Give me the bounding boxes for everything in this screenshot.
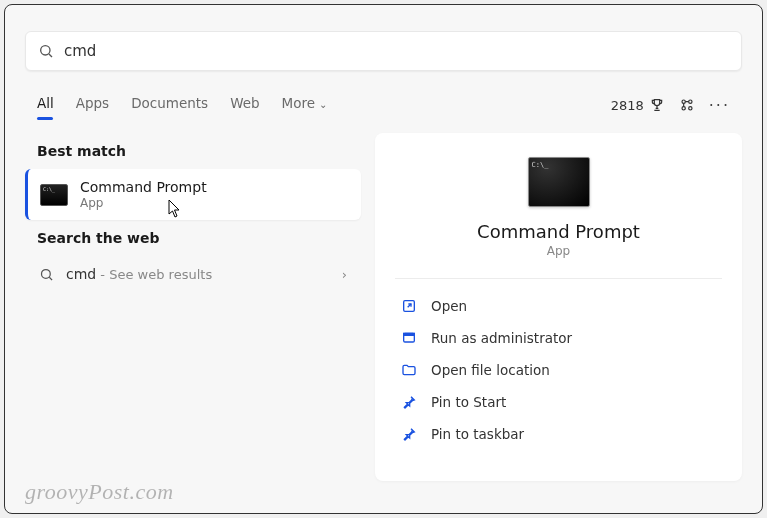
tab-more[interactable]: More⌄ <box>282 91 328 119</box>
action-pin-taskbar[interactable]: Pin to taskbar <box>395 419 722 449</box>
web-result-item[interactable]: cmd - See web results › <box>25 256 361 292</box>
folder-icon <box>401 362 417 378</box>
tab-all[interactable]: All <box>37 91 54 119</box>
action-pin-start[interactable]: Pin to Start <box>395 387 722 417</box>
rewards-points[interactable]: 2818 <box>611 97 665 113</box>
action-label: Open <box>431 298 467 314</box>
results-column: Best match Command Prompt App Search the… <box>25 133 361 481</box>
open-icon <box>401 298 417 314</box>
action-label: Open file location <box>431 362 550 378</box>
start-search-window: All Apps Documents Web More⌄ 2818 ··· Be… <box>4 4 763 514</box>
best-match-result[interactable]: Command Prompt App <box>25 169 361 220</box>
action-open-location[interactable]: Open file location <box>395 355 722 385</box>
svg-point-2 <box>682 100 685 103</box>
svg-point-0 <box>41 46 50 55</box>
shield-icon <box>401 330 417 346</box>
svg-point-8 <box>42 269 51 278</box>
tab-documents[interactable]: Documents <box>131 91 208 119</box>
chevron-right-icon: › <box>342 267 347 282</box>
tab-web[interactable]: Web <box>230 91 259 119</box>
best-match-text: Command Prompt App <box>80 179 207 210</box>
command-prompt-icon <box>528 157 590 207</box>
trophy-icon <box>649 97 665 113</box>
svg-line-9 <box>49 277 52 280</box>
tabs-row: All Apps Documents Web More⌄ 2818 ··· <box>5 81 762 119</box>
divider <box>395 278 722 279</box>
action-list: Open Run as administrator Open file loca… <box>395 291 722 449</box>
command-prompt-icon <box>40 184 68 206</box>
network-icon[interactable] <box>679 97 695 113</box>
header-status: 2818 ··· <box>611 96 730 115</box>
result-title: Command Prompt <box>80 179 207 195</box>
preview-header: Command Prompt App <box>395 157 722 258</box>
points-value: 2818 <box>611 98 644 113</box>
action-label: Run as administrator <box>431 330 572 346</box>
svg-point-4 <box>682 107 685 110</box>
svg-rect-12 <box>404 333 415 335</box>
more-options-icon[interactable]: ··· <box>709 96 730 115</box>
web-result-text: cmd - See web results <box>66 266 212 282</box>
tab-apps[interactable]: Apps <box>76 91 109 119</box>
action-label: Pin to Start <box>431 394 506 410</box>
pin-icon <box>401 394 417 410</box>
action-run-admin[interactable]: Run as administrator <box>395 323 722 353</box>
preview-title: Command Prompt <box>477 221 640 242</box>
svg-line-1 <box>49 54 52 57</box>
preview-subtitle: App <box>547 244 570 258</box>
search-bar[interactable] <box>25 31 742 71</box>
chevron-down-icon: ⌄ <box>319 99 327 110</box>
preview-pane: Command Prompt App Open Run as administr… <box>375 133 742 481</box>
search-web-header: Search the web <box>25 220 361 256</box>
action-label: Pin to taskbar <box>431 426 524 442</box>
search-icon <box>38 43 54 59</box>
pin-icon <box>401 426 417 442</box>
svg-point-3 <box>688 100 691 103</box>
action-open[interactable]: Open <box>395 291 722 321</box>
search-icon <box>39 267 54 282</box>
best-match-header: Best match <box>25 133 361 169</box>
search-input[interactable] <box>64 42 729 60</box>
content-area: Best match Command Prompt App Search the… <box>5 119 762 501</box>
filter-tabs: All Apps Documents Web More⌄ <box>37 91 327 119</box>
result-subtitle: App <box>80 196 207 210</box>
svg-point-5 <box>688 107 691 110</box>
